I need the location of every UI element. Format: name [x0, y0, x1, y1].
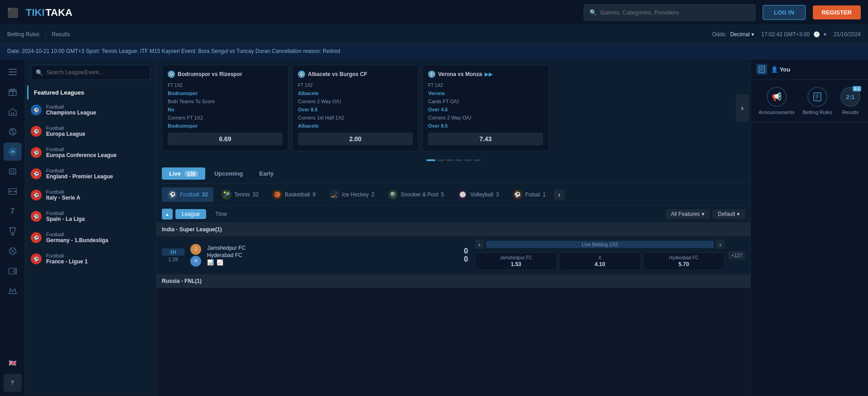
league-toggle[interactable]: League — [175, 209, 206, 219]
odds-label-1: Jamshedpur FC — [479, 255, 553, 260]
stats-icon[interactable]: 📊 — [207, 259, 214, 266]
sub-navigation: Betting Rules | Results Odds: Decimal ▾ … — [0, 25, 868, 43]
betting-rules-icon-wrap — [807, 87, 827, 107]
sidebar-item-vip[interactable] — [4, 282, 22, 300]
sport-chip-icehockey[interactable]: 🏒 Ice Hockey 2 — [324, 187, 380, 202]
sidebar-item-casino[interactable] — [4, 162, 22, 181]
odds-next-button[interactable]: › — [716, 240, 725, 249]
odds-format[interactable]: Decimal ▾ — [730, 31, 754, 38]
time-toggle[interactable]: Time — [209, 209, 233, 219]
sport-chip-basketball[interactable]: 🏀 Basketball 9 — [267, 187, 321, 202]
odds-cells-container: Jamshedpur FC 1.53 X 4.10 Hyderabad FC 5… — [475, 253, 725, 270]
section-india-super-league: India - Super League(1) — [156, 223, 750, 236]
odds-draw[interactable]: X 4.10 — [559, 253, 641, 270]
ligue1-info: Football France - Ligue 1 — [46, 253, 88, 265]
tab-upcoming[interactable]: Upcoming — [207, 167, 250, 180]
sport-chip-snooker[interactable]: 🎱 Snooker & Pool 5 — [382, 187, 449, 202]
europa-league-icon: ⚽ — [31, 126, 42, 137]
odds-value-x: 4.10 — [563, 261, 637, 267]
right-sidebar: 👤 You 📢 Announcements Betting Rules 2:1 — [750, 59, 868, 396]
odds-label-2: Hyderabad FC — [647, 255, 721, 260]
match-odds-2[interactable]: 2.00 — [298, 133, 413, 145]
sidebar-item-home[interactable] — [4, 103, 22, 121]
tab-early[interactable]: Early — [252, 167, 281, 180]
dot-3 — [446, 159, 453, 161]
odds-type-label: Live Betting 1X2 — [486, 241, 714, 248]
la-liga-info: Football Spain - La Liga — [46, 210, 85, 222]
main-layout: 7 🇬🇧 ? 🔍 Featured Leagues ⚽ — [0, 59, 868, 396]
sidebar-item-sports[interactable] — [4, 123, 22, 141]
global-search-input[interactable] — [600, 9, 750, 16]
match-odds-1[interactable]: 6.69 — [168, 133, 283, 145]
league-item-premier[interactable]: ⚽ Football England - Premier League — [25, 163, 156, 185]
match-odds-3[interactable]: 7.43 — [428, 133, 543, 145]
menu-toggle-icon[interactable]: ⬛ — [7, 7, 19, 18]
sport-chip-futsal[interactable]: ⚽ Futsal 1 — [507, 187, 551, 202]
svg-point-18 — [14, 191, 16, 192]
sidebar-menu-icon[interactable] — [4, 63, 22, 81]
carousel-next-button[interactable]: › — [736, 95, 749, 122]
default-button[interactable]: Default ▾ — [712, 209, 745, 219]
more-markets-button[interactable]: +127 — [728, 251, 745, 259]
league-item-europa[interactable]: ⚽ Football Europa League — [25, 121, 156, 142]
tennis-label: Tennis — [234, 191, 250, 198]
score-team2: 0 — [462, 255, 471, 263]
league-item-conference[interactable]: ⚽ Football Europa Conference League — [25, 142, 156, 163]
timezone-chevron[interactable]: ▾ — [824, 31, 826, 38]
league-item-serie-a[interactable]: ⚽ Football Italy - Serie A — [25, 185, 156, 206]
sidebar-item-tickets[interactable] — [4, 182, 22, 200]
match-teams-jamshedpur: Jamshedpur FC Hyderabad FC 📊 📈 — [207, 245, 457, 266]
results-action[interactable]: 2:1 2:1 Results — [840, 87, 860, 115]
betting-rules-action[interactable]: Betting Rules — [803, 87, 832, 115]
announcements-label: Announcements — [759, 110, 795, 115]
featured-match-2: ⚽ Albacete vs Burgos CF FT 1X2 Albacete … — [292, 65, 419, 151]
league-item-champions[interactable]: ⚽ Football Champions League — [25, 100, 156, 121]
sports-filter-more[interactable]: › — [554, 189, 565, 200]
results-link[interactable]: Results — [52, 31, 70, 38]
team1-name: Jamshedpur FC — [207, 245, 457, 251]
basketball-label: Basketball — [285, 191, 310, 198]
basketball-icon: 🏀 — [272, 190, 282, 200]
odds-team2[interactable]: Hyderabad FC 5.70 — [643, 253, 725, 270]
sport-chip-tennis[interactable]: 🎾 Tennis 32 — [216, 187, 264, 202]
sport-chip-football[interactable]: ⚽ Football 32 — [162, 187, 213, 202]
sport-chip-volleyball[interactable]: 🏐 Volleyball 3 — [452, 187, 504, 202]
betting-rules-link[interactable]: Betting Rules — [7, 31, 39, 38]
sidebar-item-live[interactable] — [4, 143, 22, 161]
user-icon: 👤 — [771, 66, 778, 73]
help-button[interactable]: ? — [4, 374, 22, 392]
odds-label-x: X — [563, 255, 637, 260]
leagues-search-input[interactable] — [47, 69, 146, 76]
match-market2-1: Corners FT 1X2 — [168, 114, 283, 121]
collapse-button[interactable]: ▲ — [162, 209, 173, 219]
tab-live[interactable]: Live 138 — [162, 167, 205, 180]
match-team1-1: Bodrumspor — [168, 90, 283, 96]
language-selector[interactable]: 🇬🇧 — [4, 354, 22, 372]
announcements-action[interactable]: 📢 Announcements — [759, 87, 795, 115]
football-count: 32 — [202, 191, 208, 198]
sidebar-item-promotions[interactable] — [4, 242, 22, 260]
login-button[interactable]: LOG IN — [763, 5, 806, 20]
all-features-button[interactable]: All Features ▾ — [665, 209, 710, 219]
icon-sidebar: 7 🇬🇧 ? — [0, 59, 25, 396]
match-league-icon-1: ⚽ — [168, 71, 175, 78]
global-search-bar[interactable]: 🔍 — [584, 5, 755, 21]
sidebar-item-seven[interactable]: 7 — [4, 202, 22, 220]
leagues-search-wrap[interactable]: 🔍 — [31, 65, 151, 80]
match-badge-1: FT 1X2 — [168, 81, 283, 88]
sidebar-item-trophy[interactable] — [4, 222, 22, 240]
futsal-count: 1 — [542, 191, 546, 198]
odds-team1[interactable]: Jamshedpur FC 1.53 — [475, 253, 557, 270]
register-button[interactable]: REGISTER — [813, 5, 861, 19]
results-icon-wrap: 2:1 2:1 — [840, 87, 860, 107]
league-item-ligue1[interactable]: ⚽ Football France - Ligue 1 — [25, 248, 156, 270]
sidebar-item-wallet[interactable] — [4, 262, 22, 280]
svg-rect-2 — [9, 74, 17, 75]
odds-prev-button[interactable]: ‹ — [475, 240, 484, 249]
tracker-icon[interactable]: 📈 — [217, 259, 223, 266]
league-item-la-liga[interactable]: ⚽ Football Spain - La Liga — [25, 206, 156, 227]
sidebar-item-gifts[interactable] — [4, 83, 22, 101]
league-item-bundesliga[interactable]: ⚽ Football Germany - 1.Bundesliga — [25, 227, 156, 248]
video-stream-icon[interactable]: ▶▶ — [485, 71, 493, 77]
team1-logo: J — [190, 244, 201, 255]
